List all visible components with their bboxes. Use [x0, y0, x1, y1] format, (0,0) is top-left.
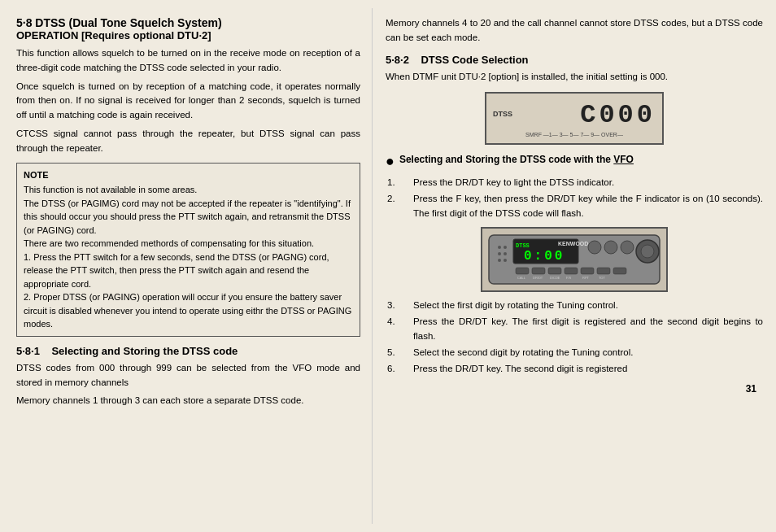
note-box: NOTE This function is not available in s…	[16, 163, 360, 337]
page-number: 31	[386, 383, 763, 395]
svg-point-2	[504, 246, 507, 249]
note-item-1: 1. Press the PTT switch for a few second…	[24, 251, 353, 291]
svg-rect-19	[565, 268, 578, 274]
subsection-581-title: 5·8·1 Selecting and Storing the DTSS cod…	[16, 345, 360, 357]
page-container: 5·8 DTSS (Dual Tone Squelch System) OPER…	[0, 0, 776, 532]
subsection-582-text: DTSS Code Selection	[421, 54, 528, 66]
the-word: the	[596, 154, 611, 165]
step-1: 1. Press the DR/DT key to light the DTSS…	[387, 176, 763, 190]
step-4-text: Press the DR/DT key. The first digit is …	[413, 315, 763, 344]
step-4: 4. Press the DR/DT key. The first digit …	[387, 315, 763, 344]
section-header: 5·8 DTSS (Dual Tone Squelch System) OPER…	[16, 16, 360, 41]
with-word: with	[574, 154, 594, 165]
dtss-display-label: DTSS	[493, 110, 512, 118]
section-main-title: 5·8 DTSS (Dual Tone Squelch System)	[16, 16, 360, 29]
note-item-2: 2. Proper DTSS (or PAGING) operation wil…	[24, 290, 353, 331]
selecting-header: ● Selecting and Storing the DTSS code wi…	[386, 153, 763, 171]
svg-point-1	[498, 246, 501, 249]
subsection-text-2: Memory channels 1 through 3 can each sto…	[16, 394, 360, 408]
step-6: 6. Press the DR/DT key. The second digit…	[387, 362, 763, 377]
subsection-581-number: 5·8·1	[16, 345, 40, 357]
intro-para-3: CTCSS signal cannot pass through the rep…	[16, 127, 360, 156]
step-5: 5. Select the second digit by rotating t…	[387, 346, 763, 360]
note-line-3: There are two recommended methords of co…	[24, 237, 353, 251]
intro-para-2: Once squelch is turned on by reception o…	[16, 80, 360, 123]
left-column: 5·8 DTSS (Dual Tone Squelch System) OPER…	[0, 8, 373, 524]
subsection-581-text: Selecting and Storing the DTSS code	[51, 345, 238, 357]
svg-text:RPT: RPT	[582, 276, 590, 280]
svg-rect-16	[516, 268, 529, 274]
radio-image-box: DTSS 0:00 KENWOOD CALL D	[481, 227, 668, 292]
svg-text:CALL: CALL	[517, 276, 526, 280]
selecting-title: Selecting and Storing the DTSS code with…	[399, 153, 634, 167]
step-3-text: Select the first digit by rotating the T…	[413, 299, 763, 313]
svg-point-15	[641, 245, 654, 258]
right-column: Memory channels 4 to 20 and the call cha…	[373, 8, 776, 524]
selecting-word: Selecting	[399, 154, 442, 165]
svg-point-6	[504, 259, 507, 262]
svg-point-12	[604, 241, 617, 254]
svg-text:KENWOOD: KENWOOD	[558, 241, 588, 246]
svg-text:0:00: 0:00	[524, 249, 565, 264]
bullet-dot: ●	[386, 153, 395, 171]
note-title: NOTE	[24, 168, 353, 182]
svg-text:F/S: F/S	[566, 276, 572, 280]
note-line-2: The DTSS (or PAGIMG) cord may not be acc…	[24, 197, 353, 238]
steps-list: 1. Press the DR/DT key to light the DTSS…	[387, 176, 763, 220]
svg-point-13	[621, 241, 634, 254]
svg-point-11	[588, 241, 601, 254]
svg-rect-20	[581, 268, 594, 274]
steps-list-continued: 3. Select the first digit by rotating th…	[387, 299, 763, 376]
note-line-1: This function is not available in some a…	[24, 183, 353, 197]
svg-rect-21	[597, 268, 610, 274]
right-top-text: Memory channels 4 to 20 and the call cha…	[386, 16, 763, 46]
svg-text:DTSS: DTSS	[516, 242, 530, 249]
setting-text: When DTMF unit DTU·2 [option] is install…	[386, 70, 763, 85]
subsection-582-number: 5·8·2	[386, 54, 409, 66]
svg-point-4	[504, 252, 507, 255]
svg-text:DR/DT: DR/DT	[533, 276, 543, 280]
dtss-display-digits: C000	[580, 100, 656, 130]
step-3: 3. Select the first digit by rotating th…	[387, 299, 763, 313]
dtss-display-bar: SMRF —1— 3— 5— 7— 9— OVER—	[493, 132, 656, 137]
step-6-text: Press the DR/DT key. The second digit is…	[413, 362, 763, 377]
intro-para-1: This function allows squelch to be turne…	[16, 46, 360, 76]
radio-svg: DTSS 0:00 KENWOOD CALL D	[485, 231, 664, 288]
step-1-text: Press the DR/DT key to light the DTSS in…	[413, 176, 763, 190]
subsection-text-1: DTSS codes from 000 through 999 can be s…	[16, 361, 360, 390]
svg-rect-18	[548, 268, 561, 274]
svg-text:D/CDE: D/CDE	[550, 276, 560, 280]
step-5-text: Select the second digit by rotating the …	[413, 346, 763, 360]
section-sub-title: OPERATION [Requires optional DTU·2]	[16, 29, 360, 41]
svg-point-5	[498, 259, 501, 262]
step-2-text: Press the F key, then press the DR/DT ke…	[413, 192, 763, 221]
dtss-display-box: DTSS C000 SMRF —1— 3— 5— 7— 9— OVER—	[485, 92, 664, 145]
svg-rect-22	[613, 268, 626, 274]
svg-rect-17	[532, 268, 545, 274]
svg-text:TOT: TOT	[599, 276, 605, 280]
subsection-582-title: 5·8·2 DTSS Code Selection	[386, 54, 763, 66]
step-2: 2. Press the F key, then press the DR/DT…	[387, 192, 763, 221]
svg-point-3	[498, 252, 501, 255]
vfo-label: VFO	[613, 154, 634, 165]
